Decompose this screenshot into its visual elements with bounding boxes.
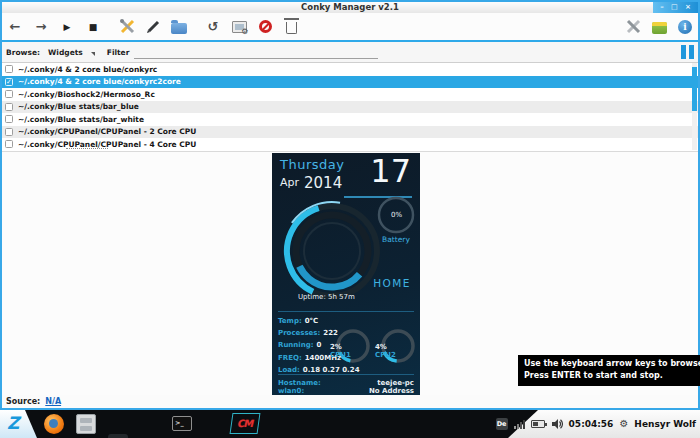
block-icon	[259, 20, 272, 33]
terminal-icon[interactable]: >_	[172, 416, 192, 431]
net-value: No Address	[369, 387, 414, 395]
stat-value: 0°C	[305, 317, 319, 325]
checkbox[interactable]	[5, 103, 13, 111]
stat-value: 222	[323, 329, 338, 337]
stat-label: FREQ:	[278, 354, 302, 362]
checkbox[interactable]	[5, 90, 13, 98]
menubar: Browse: Widgets Filter	[2, 42, 698, 63]
tools-icon	[119, 19, 135, 35]
checkbox[interactable]	[5, 140, 13, 148]
volume-icon[interactable]	[551, 418, 563, 430]
refresh-button[interactable]: ↺	[205, 19, 221, 35]
checkbox[interactable]	[5, 115, 13, 123]
package-icon	[652, 22, 667, 34]
stat-row: Processes:222	[278, 329, 360, 341]
preview-date: 17	[370, 154, 411, 189]
source-label: Source:	[6, 397, 40, 406]
tooltip-line1: Use the keyboard arrow keys to browse.	[524, 358, 700, 371]
gear-icon[interactable]: ⚙	[619, 410, 628, 438]
preview-area: Thursday Apr 2014 17 0%	[2, 151, 698, 396]
divider	[278, 311, 414, 312]
checkbox-checked[interactable]: ✓	[5, 78, 13, 86]
net-row: Hostname:teejee-pc	[278, 379, 414, 388]
net-label: Hostname:	[278, 379, 321, 388]
edit-theme-button[interactable]	[119, 19, 135, 35]
conky-manager-icon: CM	[237, 418, 252, 429]
pause-icon	[681, 45, 686, 59]
net-label: wlan0:	[278, 387, 304, 395]
gear-icon: ⚙	[241, 27, 248, 36]
back-icon: ←	[10, 19, 21, 35]
user-menu[interactable]: Hensyr Wolf	[634, 419, 696, 429]
maximize-button[interactable]: □	[671, 2, 678, 13]
conky-theme-preview: Thursday Apr 2014 17 0%	[272, 153, 420, 395]
about-button[interactable]: i	[677, 19, 693, 35]
cpu2-label: CPU2	[375, 351, 396, 360]
widgets-dropdown-label: Widgets	[48, 48, 83, 57]
start-button[interactable]: ▶	[59, 19, 75, 35]
folder-icon	[171, 23, 187, 34]
window-title: Conky Manager v2.1	[301, 2, 399, 12]
list-item[interactable]: ~/.conky/CPUPanel/CPUPanel - 2 Core CPU	[2, 126, 698, 139]
scrollbar-thumb[interactable]	[692, 67, 697, 111]
stop-icon: ■	[89, 19, 98, 35]
list-item-label: ~/.conky/Blue stats/bar_blue	[18, 102, 139, 111]
file-cabinet-icon[interactable]	[76, 414, 96, 434]
image-preview-icon: ⚙	[232, 21, 247, 33]
stat-label: Running:	[278, 341, 314, 349]
window-controls: – □ ×	[653, 2, 698, 13]
kill-conky-button[interactable]	[257, 19, 273, 35]
preview-year: 2014	[304, 174, 342, 192]
source-link[interactable]: N/A	[45, 397, 61, 406]
settings-button[interactable]	[625, 19, 641, 35]
network-signal-icon[interactable]	[514, 419, 525, 429]
pause-button[interactable]	[681, 45, 694, 59]
firefox-icon[interactable]	[44, 414, 64, 434]
list-item-selected[interactable]: ✓~/.conky/4 & 2 core blue/conkyrc2core	[2, 76, 698, 89]
delete-button[interactable]	[283, 19, 299, 35]
preview-month: Apr	[280, 176, 299, 189]
net-value: teejee-pc	[377, 379, 414, 388]
taskbar: Z >_ CM De 05:04:56 ⚙ Hensyr Wolf	[0, 410, 700, 438]
stop-button[interactable]: ■	[85, 19, 101, 35]
checkbox[interactable]	[5, 128, 13, 136]
filter-input[interactable]	[134, 46, 378, 59]
checkbox[interactable]	[5, 65, 13, 73]
cpu1-label: CPU1	[330, 351, 351, 360]
list-item[interactable]: ~/.conky/Bioshock2/Hermoso_Rc	[2, 88, 698, 101]
refresh-icon: ↺	[208, 19, 219, 35]
donate-button[interactable]	[651, 19, 667, 35]
clock[interactable]: 05:04:56	[569, 419, 614, 429]
list-item-label: ~/.conky/CPUPanel/CPUPanel - 2 Core CPU	[18, 127, 196, 136]
system-tray: De 05:04:56 ⚙ Hensyr Wolf	[496, 410, 696, 438]
trash-icon	[286, 22, 297, 34]
software-center-icon[interactable]	[108, 434, 128, 438]
generate-previews-button[interactable]: ⚙	[231, 19, 247, 35]
list-item[interactable]: ~/.conky/Blue stats/bar_white	[2, 113, 698, 126]
list-item[interactable]: ~/.conky/Blue stats/bar_blue	[2, 101, 698, 114]
keyboard-layout-indicator[interactable]: De	[496, 418, 508, 430]
toolbar: ← → ▶ ■ ↺ ⚙	[2, 13, 698, 42]
minimize-button[interactable]: –	[660, 2, 664, 13]
forward-button[interactable]: →	[33, 19, 49, 35]
back-button[interactable]: ←	[7, 19, 23, 35]
cpu1-percent: 2%	[330, 343, 342, 351]
stat-value: 0	[317, 341, 322, 349]
stat-label: Processes:	[278, 329, 320, 337]
close-button[interactable]: ×	[685, 2, 691, 13]
list-scrollbar[interactable]	[692, 63, 697, 150]
list-item-label: ~/.conky/Bioshock2/Hermoso_Rc	[18, 90, 155, 99]
conky-manager-window: Conky Manager v2.1 – □ × ← → ▶ ■ ↺ ⚙	[0, 0, 700, 410]
play-icon: ▶	[64, 19, 71, 35]
widgets-dropdown[interactable]: Widgets	[46, 46, 97, 59]
list-item[interactable]: ~/.conky/4 & 2 core blue/conkyrc	[2, 63, 698, 76]
list-item[interactable]: ~/.conky/CPUPanel/CPUPanel - 4 Core CPU	[2, 138, 698, 151]
open-folder-button[interactable]	[171, 19, 187, 35]
battery-percent: 0%	[384, 211, 409, 219]
forward-icon: →	[36, 19, 47, 35]
titlebar[interactable]: Conky Manager v2.1 – □ ×	[2, 2, 698, 13]
edit-file-button[interactable]	[145, 19, 161, 35]
settings-tools-icon	[625, 19, 641, 35]
conky-manager-taskbar-button[interactable]: CM	[230, 413, 261, 434]
battery-icon[interactable]	[531, 420, 545, 428]
